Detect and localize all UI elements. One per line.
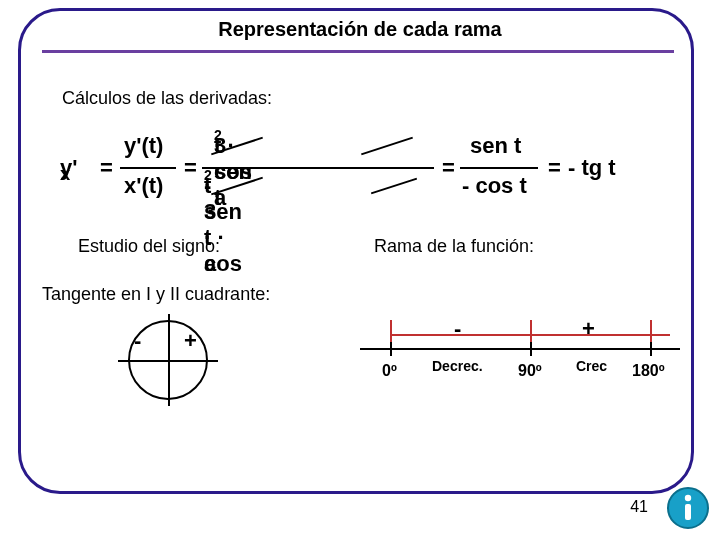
derivative-formula: y'x = y'(t) x'(t) = 3 · a · sen2t · cos …	[60, 125, 652, 213]
equals-3: =	[442, 155, 455, 181]
equals-2: =	[184, 155, 197, 181]
slide-title: Representación de cada rama	[0, 18, 720, 41]
frac1-top: y'(t)	[124, 133, 163, 159]
quadrant-plus: +	[184, 328, 197, 354]
rhs-tgt: - tg t	[568, 155, 616, 181]
svg-rect-2	[685, 504, 691, 520]
title-underline	[42, 50, 674, 53]
rama-axis	[360, 348, 680, 350]
label-180: 180º	[632, 362, 665, 380]
frac2-bar	[202, 167, 434, 169]
equals-1: =	[100, 155, 113, 181]
frac3-bot: - cos t	[462, 173, 527, 199]
equals-4: =	[548, 155, 561, 181]
heading-signo: Estudio del signo:	[78, 236, 220, 257]
heading-tangente: Tangente en I y II cuadrante:	[42, 284, 270, 305]
rama-numberline: - + 0º Decrec. 90º Crec 180º	[360, 300, 680, 420]
svg-point-1	[685, 495, 691, 501]
label-decrec: Decrec.	[432, 358, 483, 374]
info-icon[interactable]	[666, 486, 710, 530]
heading-calculos: Cálculos de las derivadas:	[62, 88, 272, 109]
frac3-top: sen t	[470, 133, 521, 159]
cancel-mark-2	[361, 137, 413, 156]
lhs-yprime: y'	[60, 155, 77, 181]
tick-90	[530, 342, 532, 356]
tick-180	[650, 342, 652, 356]
region-sign-minus: -	[454, 316, 461, 342]
region-sign-plus: +	[582, 316, 595, 342]
heading-rama: Rama de la función:	[374, 236, 534, 257]
cancel-mark-4	[371, 178, 417, 195]
frac1-bar	[120, 167, 176, 169]
sign-quadrant-diagram: - +	[90, 312, 240, 412]
frac3-bar	[460, 167, 538, 169]
quadrant-minus: -	[134, 328, 141, 354]
frac1-bot: x'(t)	[124, 173, 163, 199]
f2-bot-rest: t	[204, 173, 211, 199]
tick-0	[390, 342, 392, 356]
label-90: 90º	[518, 362, 542, 380]
label-0: 0º	[382, 362, 397, 380]
label-crec: Crec	[576, 358, 607, 374]
page-number: 41	[630, 498, 648, 516]
